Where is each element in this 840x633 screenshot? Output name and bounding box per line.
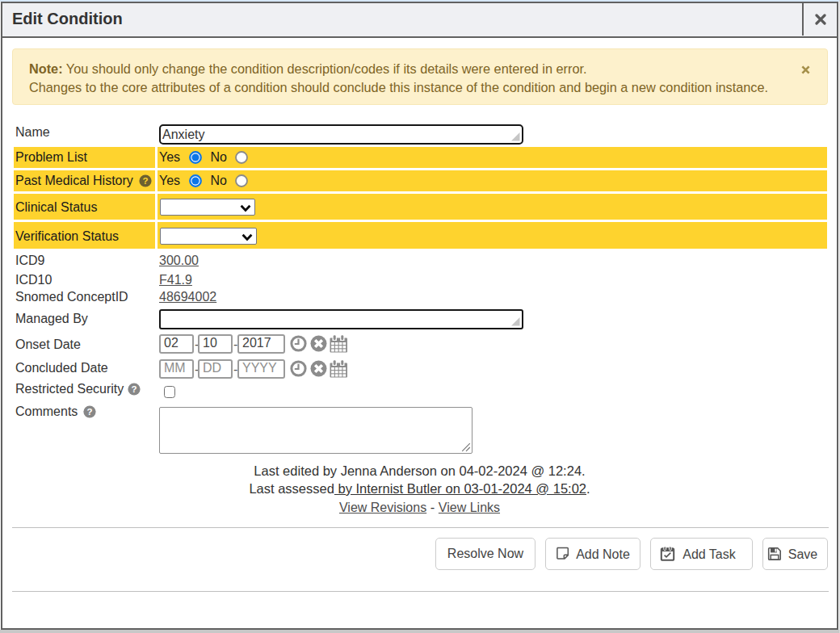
svg-text:?: ? bbox=[131, 384, 136, 394]
svg-text:?: ? bbox=[86, 407, 92, 417]
svg-text:?: ? bbox=[143, 176, 149, 186]
